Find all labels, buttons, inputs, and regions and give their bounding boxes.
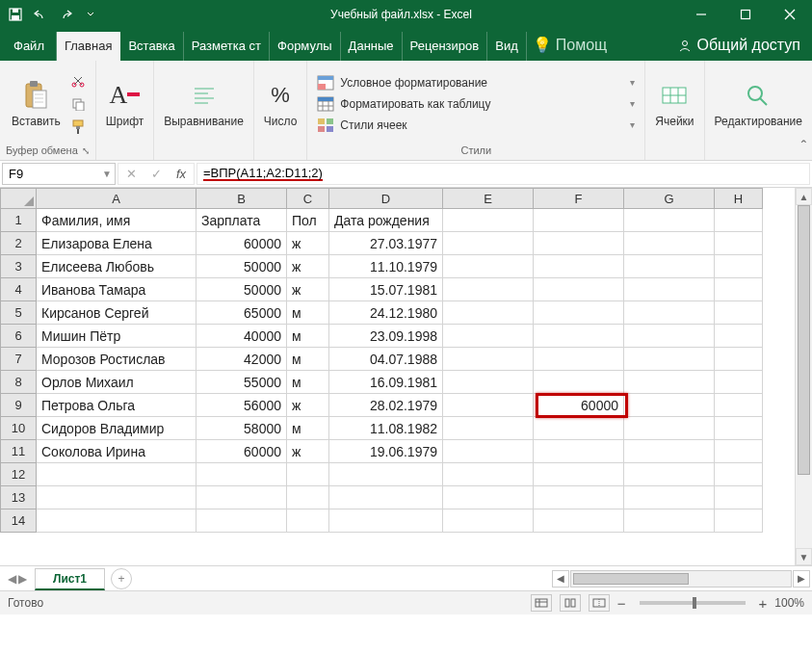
page-layout-view-icon[interactable] xyxy=(560,594,581,612)
cell[interactable] xyxy=(443,255,534,278)
cell[interactable]: 60000 xyxy=(196,232,287,255)
cell[interactable] xyxy=(443,463,534,486)
cell[interactable] xyxy=(443,325,534,348)
cell[interactable]: 15.07.1981 xyxy=(329,278,443,301)
tab-view[interactable]: Вид xyxy=(487,32,527,61)
cell[interactable] xyxy=(624,209,715,232)
row-headers[interactable]: 1234567891011121314 xyxy=(0,209,37,533)
zoom-out-button[interactable]: − xyxy=(617,595,626,612)
undo-icon[interactable] xyxy=(31,5,50,24)
row-header-1[interactable]: 1 xyxy=(0,209,37,232)
col-header-B[interactable]: B xyxy=(196,188,287,209)
cell[interactable]: Фамилия, имя xyxy=(37,209,196,232)
cell[interactable] xyxy=(624,371,715,394)
cell[interactable]: 58000 xyxy=(196,417,287,440)
tell-me[interactable]: 💡Помощ xyxy=(527,29,613,61)
cell[interactable] xyxy=(443,486,534,509)
row-header-13[interactable]: 13 xyxy=(0,486,37,509)
enter-formula-icon[interactable]: ✓ xyxy=(144,167,169,181)
cell[interactable]: 04.07.1988 xyxy=(329,348,443,371)
cell[interactable] xyxy=(534,278,624,301)
cell[interactable] xyxy=(534,301,624,325)
save-icon[interactable] xyxy=(6,5,25,24)
cell[interactable] xyxy=(624,325,715,348)
cell[interactable]: 50000 xyxy=(196,255,287,278)
cell[interactable]: ж xyxy=(287,278,329,301)
cell[interactable]: 55000 xyxy=(196,371,287,394)
cell[interactable]: 28.02.1979 xyxy=(329,394,443,417)
cell[interactable] xyxy=(287,463,329,486)
cell[interactable]: 23.09.1998 xyxy=(329,325,443,348)
cell[interactable] xyxy=(715,394,763,417)
zoom-slider[interactable] xyxy=(640,601,746,605)
col-header-H[interactable]: H xyxy=(715,188,763,209)
namebox-dropdown-icon[interactable]: ▼ xyxy=(102,169,112,179)
cell[interactable] xyxy=(196,486,287,509)
zoom-level[interactable]: 100% xyxy=(774,596,804,610)
redo-icon[interactable] xyxy=(56,5,75,24)
cell[interactable] xyxy=(534,509,624,533)
cell[interactable] xyxy=(534,348,624,371)
cell[interactable] xyxy=(624,463,715,486)
column-headers[interactable]: ABCDEFGH xyxy=(37,188,763,209)
cell[interactable] xyxy=(287,509,329,533)
cell[interactable] xyxy=(443,371,534,394)
dialog-launcher-icon[interactable]: ⤡ xyxy=(82,145,90,156)
cell[interactable] xyxy=(624,301,715,325)
cell[interactable] xyxy=(443,509,534,533)
formula-input[interactable]: =ВПР(А11;А2:D11;2) xyxy=(196,163,810,185)
cell[interactable] xyxy=(196,463,287,486)
collapse-ribbon-icon[interactable]: ˆ xyxy=(801,139,806,156)
cell[interactable] xyxy=(624,255,715,278)
cell[interactable] xyxy=(715,348,763,371)
cell[interactable] xyxy=(196,509,287,533)
cell[interactable]: Елизарова Елена xyxy=(37,232,196,255)
new-sheet-button[interactable]: + xyxy=(111,568,132,589)
col-header-F[interactable]: F xyxy=(534,188,624,209)
cell[interactable]: Кирсанов Сергей xyxy=(37,301,196,325)
cell-styles-button[interactable]: Стили ячеек▾ xyxy=(313,116,639,135)
cell[interactable]: Дата рождения xyxy=(329,209,443,232)
col-header-D[interactable]: D xyxy=(329,188,443,209)
cell[interactable]: Орлов Михаил xyxy=(37,371,196,394)
name-box[interactable]: F9▼ xyxy=(2,163,116,185)
cell[interactable] xyxy=(287,486,329,509)
col-header-C[interactable]: C xyxy=(287,188,329,209)
tab-file[interactable]: Файл xyxy=(2,32,57,61)
cell[interactable] xyxy=(534,417,624,440)
next-sheet-icon[interactable]: ▶ xyxy=(18,572,27,586)
cell[interactable] xyxy=(624,278,715,301)
cell[interactable] xyxy=(443,278,534,301)
format-painter-icon[interactable] xyxy=(68,118,88,137)
cell[interactable]: м xyxy=(287,325,329,348)
row-header-9[interactable]: 9 xyxy=(0,394,37,417)
cell[interactable] xyxy=(624,440,715,463)
cell[interactable]: Морозов Ростислав xyxy=(37,348,196,371)
cell[interactable]: 19.06.1979 xyxy=(329,440,443,463)
format-as-table-button[interactable]: Форматировать как таблицу▾ xyxy=(313,94,639,114)
number-button[interactable]: % Число xyxy=(260,80,301,128)
cell[interactable] xyxy=(715,463,763,486)
cell[interactable] xyxy=(715,325,763,348)
select-all-corner[interactable] xyxy=(0,188,37,209)
cell[interactable] xyxy=(715,255,763,278)
tab-insert[interactable]: Вставка xyxy=(120,32,183,61)
sheet-tab-1[interactable]: Лист1 xyxy=(35,568,105,590)
row-header-6[interactable]: 6 xyxy=(0,325,37,348)
cell[interactable] xyxy=(624,394,715,417)
cells-button[interactable]: Ячейки xyxy=(651,80,697,128)
cell[interactable]: м xyxy=(287,371,329,394)
cell[interactable] xyxy=(624,232,715,255)
scroll-up-icon[interactable]: ▲ xyxy=(796,188,812,205)
cell[interactable] xyxy=(534,325,624,348)
cell[interactable] xyxy=(715,440,763,463)
cell[interactable]: 16.09.1981 xyxy=(329,371,443,394)
cell[interactable] xyxy=(715,371,763,394)
cell[interactable] xyxy=(443,394,534,417)
cell[interactable] xyxy=(715,486,763,509)
tab-review[interactable]: Рецензиров xyxy=(403,32,488,61)
cell[interactable]: 65000 xyxy=(196,301,287,325)
cell[interactable] xyxy=(329,486,443,509)
row-header-4[interactable]: 4 xyxy=(0,278,37,301)
cell[interactable] xyxy=(534,440,624,463)
